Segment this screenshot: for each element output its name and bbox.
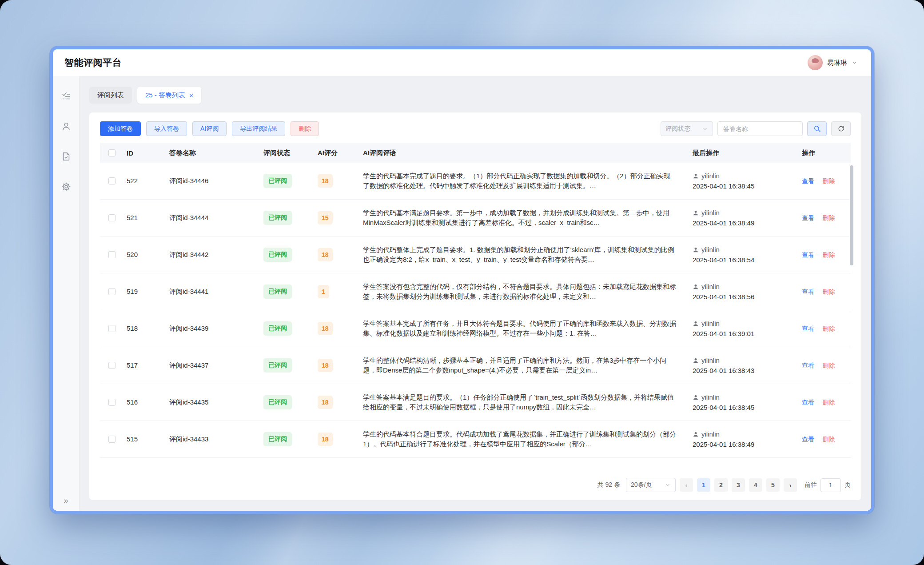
app-title: 智能评阅平台 (64, 56, 122, 69)
ai-score-badge: 18 (318, 322, 333, 335)
page-button-2[interactable]: 2 (714, 478, 728, 492)
row-checkbox[interactable] (108, 325, 116, 332)
row-checkbox[interactable] (108, 251, 116, 258)
page-button-4[interactable]: 4 (749, 478, 762, 492)
last-operation-time: 2025-04-01 16:38:49 (693, 219, 797, 227)
ai-comment-text: 学生答案基本完成了所有任务，并且大体符合题目要求。代码使用了正确的库和函数来载入… (363, 319, 677, 339)
sidebar-item-documents[interactable] (61, 152, 71, 161)
review-status-badge: 已评阅 (263, 321, 292, 336)
goto-page-input[interactable] (820, 478, 841, 492)
view-link[interactable]: 查看 (802, 288, 814, 295)
table-row: 516 评阅id-34435 已评阅 18 学生答案基本满足题目的要求。（1）任… (100, 384, 851, 421)
delete-link[interactable]: 删除 (822, 325, 835, 332)
row-checkbox[interactable] (108, 436, 116, 443)
view-link[interactable]: 查看 (802, 251, 814, 258)
filter-bar: 评阅状态 (661, 121, 851, 136)
review-status-badge: 已评阅 (263, 285, 292, 299)
table-header-row: ID 答卷名称 评阅状态 AI评分 AI评阅评语 最后操作 操作 (100, 143, 851, 163)
goto-unit: 页 (844, 481, 851, 489)
row-answer-name: 评阅id-34433 (169, 435, 208, 443)
user-menu[interactable]: 易琳琳 (808, 55, 858, 70)
person-icon (693, 431, 699, 437)
table-row: 521 评阅id-34444 已评阅 15 学生的代码基本满足题目要求。第一步中… (100, 200, 851, 236)
view-link[interactable]: 查看 (802, 399, 814, 406)
view-link[interactable]: 查看 (802, 214, 814, 221)
delete-link[interactable]: 删除 (822, 399, 835, 406)
refresh-button[interactable] (831, 121, 851, 136)
next-page-button[interactable]: › (784, 478, 797, 492)
operator-name: yilinlin (701, 357, 720, 364)
toolbar-button[interactable]: 添加答卷 (100, 121, 141, 136)
last-operation-time: 2025-04-01 16:38:45 (693, 404, 797, 411)
page-button-3[interactable]: 3 (732, 478, 745, 492)
row-checkbox[interactable] (108, 288, 116, 295)
toolbar-button[interactable]: 导入答卷 (146, 121, 187, 136)
sidebar-collapse-icon[interactable]: » (53, 496, 79, 505)
tab-1[interactable]: 25 - 答卷列表× (137, 87, 201, 104)
table-row: 522 评阅id-34446 已评阅 18 学生的代码基本完成了题目的要求。（1… (100, 163, 851, 200)
toolbar-buttons: 添加答卷导入答卷AI评阅导出评阅结果删除 (100, 121, 319, 136)
ai-score-badge: 18 (318, 396, 333, 409)
review-status-badge: 已评阅 (263, 395, 292, 409)
ai-comment-text: 学生答案没有包含完整的代码，仅有部分结构，不符合题目要求。具体问题包括：未加载鸢… (363, 282, 677, 302)
column-header-status: 评阅状态 (261, 149, 315, 157)
last-operation-time: 2025-04-01 16:38:43 (693, 367, 797, 374)
row-checkbox[interactable] (108, 399, 116, 406)
view-link[interactable]: 查看 (802, 177, 814, 184)
ai-score-badge: 18 (318, 174, 333, 188)
delete-link[interactable]: 删除 (822, 436, 835, 443)
answer-name-input[interactable] (717, 121, 803, 136)
view-link[interactable]: 查看 (802, 436, 814, 443)
avatar[interactable] (808, 55, 823, 70)
page-button-5[interactable]: 5 (766, 478, 780, 492)
delete-link[interactable]: 删除 (822, 251, 835, 258)
view-link[interactable]: 查看 (802, 362, 814, 369)
row-answer-name: 评阅id-34437 (169, 361, 208, 369)
tab-0[interactable]: 评阅列表 (89, 87, 132, 104)
ai-score-badge: 18 (318, 359, 333, 372)
column-header-actions: 操作 (799, 149, 851, 157)
toolbar-button[interactable]: 删除 (291, 121, 319, 136)
delete-link[interactable]: 删除 (822, 362, 835, 369)
table-body: 522 评阅id-34446 已评阅 18 学生的代码基本完成了题目的要求。（1… (100, 163, 851, 458)
row-checkbox[interactable] (108, 177, 116, 184)
row-id: 519 (127, 288, 138, 295)
row-checkbox[interactable] (108, 362, 116, 369)
pagination: 共 92 条 20条/页 ‹ 12345 › 前往 页 (100, 478, 851, 492)
row-id: 515 (127, 435, 138, 443)
tab-close-icon[interactable]: × (189, 92, 193, 99)
sidebar-item-review-list[interactable] (61, 91, 71, 101)
sidebar-item-settings[interactable] (61, 182, 71, 192)
last-operation-time: 2025-04-01 16:38:45 (693, 182, 797, 190)
table-row: 520 评阅id-34442 已评阅 18 学生的代码整体上完成了题目要求。1.… (100, 236, 851, 273)
column-header-name: 答卷名称 (167, 149, 261, 157)
row-answer-name: 评阅id-34442 (169, 251, 208, 258)
review-status-select[interactable]: 评阅状态 (661, 121, 713, 136)
sidebar-item-users[interactable] (61, 121, 71, 131)
ai-comment-text: 学生的代码基本符合题目要求。代码成功加载了鸢尾花数据集，并正确进行了训练集和测试… (363, 429, 677, 449)
review-status-badge: 已评阅 (263, 358, 292, 373)
table-scrollbar (850, 164, 853, 469)
content-card: 添加答卷导入答卷AI评阅导出评阅结果删除 评阅状态 (89, 112, 861, 500)
select-all-checkbox[interactable] (108, 149, 116, 156)
answers-table: ID 答卷名称 评阅状态 AI评分 AI评阅评语 最后操作 操作 522 评阅i… (100, 143, 851, 471)
toolbar-button[interactable]: AI评阅 (192, 121, 227, 136)
delete-link[interactable]: 删除 (822, 288, 835, 295)
page-button-1[interactable]: 1 (697, 478, 710, 492)
main-content: 评阅列表25 - 答卷列表× 添加答卷导入答卷AI评阅导出评阅结果删除 评阅状态 (80, 76, 871, 511)
row-checkbox[interactable] (108, 214, 116, 221)
column-header-score: AI评分 (315, 149, 360, 157)
review-status-badge: 已评阅 (263, 432, 292, 446)
row-answer-name: 评阅id-34439 (169, 325, 208, 332)
page-size-select[interactable]: 20条/页 (626, 478, 676, 492)
delete-link[interactable]: 删除 (822, 177, 835, 184)
search-button[interactable] (807, 121, 827, 136)
ai-comment-text: 学生的代码基本完成了题目的要求。（1）部分代码正确实现了数据集的加载和切分。（2… (363, 171, 677, 191)
person-icon (693, 321, 699, 327)
view-link[interactable]: 查看 (802, 325, 814, 332)
toolbar-button[interactable]: 导出评阅结果 (232, 121, 285, 136)
app-window: 智能评阅平台 易琳琳 (50, 46, 874, 514)
prev-page-button[interactable]: ‹ (680, 478, 693, 492)
table-scrollbar-thumb[interactable] (850, 165, 853, 265)
delete-link[interactable]: 删除 (822, 214, 835, 221)
